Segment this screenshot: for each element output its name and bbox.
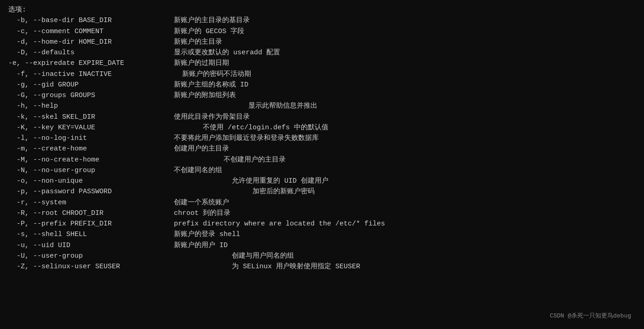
table-row: -r, --system 创建一个系统账户 [8, 197, 636, 208]
table-row: -d, --home-dir HOME_DIR 新账户的主目录 [8, 37, 636, 47]
description-text: 不要将此用户添加到最近登录和登录失败数据库 [174, 133, 319, 144]
option-text: -M, --no-create-home [8, 155, 174, 165]
table-row: -s, --shell SHELL 新账户的登录 shell [8, 229, 636, 240]
option-text: -m, --create-home [8, 144, 174, 154]
table-row: -N, --no-user-group 不创建同名的组 [8, 165, 636, 176]
option-text: -g, --gid GROUP [8, 80, 174, 90]
description-text: 新账户的密码不活动期 [174, 69, 251, 80]
option-text: -k, --skel SKEL_DIR [8, 112, 174, 122]
table-row: -o, --non-unique 允许使用重复的 UID 创建用户 [8, 176, 636, 186]
rows-container: -b, --base-dir BASE_DIR 新账户的主目录的基目录 -c, … [8, 15, 636, 272]
description-text: 新账户的登录 shell [174, 229, 240, 240]
description-text: 加密后的新账户密码 [174, 186, 315, 197]
option-text: -c, --comment COMMENT [8, 26, 174, 37]
table-row: -b, --base-dir BASE_DIR 新账户的主目录的基目录 [8, 15, 636, 26]
option-text: -r, --system [8, 197, 174, 208]
table-row: -G, --groups GROUPS 新账户的附加组列表 [8, 90, 636, 101]
description-text: 为 SELinux 用户映射使用指定 SEUSER [174, 261, 360, 272]
description-text: 不创建用户的主目录 [174, 155, 286, 165]
table-row: -K, --key KEY=VALUE 不使用 /etc/login.defs … [8, 122, 636, 133]
option-text: -o, --non-unique [8, 176, 174, 186]
description-text: 创建用户的主目录 [174, 144, 229, 154]
header-line: 选项: [8, 5, 636, 15]
description-text: 允许使用重复的 UID 创建用户 [174, 176, 328, 186]
table-row: -Z, --selinux-user SEUSER 为 SELinux 用户映射… [8, 261, 636, 272]
option-text: -Z, --selinux-user SEUSER [8, 261, 174, 272]
description-text: 新账户的附加组列表 [174, 90, 236, 101]
option-text: -N, --no-user-group [8, 165, 174, 176]
description-text: 创建一个系统账户 [174, 197, 229, 208]
option-text: -h, --help [8, 101, 174, 111]
description-text: 显示此帮助信息并推出 [174, 101, 317, 111]
table-row: -u, --uid UID 新账户的用户 ID [8, 240, 636, 251]
table-row: -g, --gid GROUP 新账户主组的名称或 ID [8, 80, 636, 90]
option-text: -b, --base-dir BASE_DIR [8, 15, 174, 26]
table-row: -h, --help 显示此帮助信息并推出 [8, 101, 636, 111]
table-row: -U, --user-group 创建与用户同名的组 [8, 251, 636, 261]
description-text: 使用此目录作为骨架目录 [174, 112, 250, 122]
description-text: 新账户的用户 ID [174, 240, 228, 251]
option-text: -G, --groups GROUPS [8, 90, 174, 101]
terminal-window: 选项: -b, --base-dir BASE_DIR 新账户的主目录的基目录 … [8, 5, 636, 324]
table-row: -m, --create-home 创建用户的主目录 [8, 144, 636, 154]
table-row: -c, --comment COMMENT 新账户的 GECOS 字段 [8, 26, 636, 37]
description-text: 新账户的主目录 [174, 37, 222, 47]
table-row: -M, --no-create-home 不创建用户的主目录 [8, 155, 636, 165]
option-text: -K, --key KEY=VALUE [8, 122, 174, 133]
option-text: -D, --defaults [8, 47, 174, 58]
option-text: -P, --prefix PREFIX_DIR [8, 219, 174, 229]
table-row: -D, --defaults 显示或更改默认的 useradd 配置 [8, 47, 636, 58]
description-text: 创建与用户同名的组 [174, 251, 294, 261]
option-text: -d, --home-dir HOME_DIR [8, 37, 174, 47]
description-text: 新账户的过期日期 [174, 58, 229, 69]
option-text: -p, --password PASSWORD [8, 186, 174, 197]
table-row: -f, --inactive INACTIVE 新账户的密码不活动期 [8, 69, 636, 80]
table-row: -k, --skel SKEL_DIR 使用此目录作为骨架目录 [8, 112, 636, 122]
description-text: 新账户主组的名称或 ID [174, 80, 248, 90]
option-text: -f, --inactive INACTIVE [8, 69, 174, 80]
description-text: prefix directory where are located the /… [174, 219, 385, 229]
description-text: chroot 到的目录 [174, 208, 230, 219]
description-text: 新账户的 GECOS 字段 [174, 26, 244, 37]
description-text: 不创建同名的组 [174, 165, 222, 176]
option-text: -U, --user-group [8, 251, 174, 261]
option-text: -l, --no-log-init [8, 133, 174, 144]
table-row: -p, --password PASSWORD 加密后的新账户密码 [8, 186, 636, 197]
option-text: -u, --uid UID [8, 240, 174, 251]
watermark: CSDN @杀死一只知更鸟debug [550, 312, 631, 321]
option-text: -R, --root CHROOT_DIR [8, 208, 174, 219]
table-row: -e, --expiredate EXPIRE_DATE 新账户的过期日期 [8, 58, 636, 69]
option-text: -s, --shell SHELL [8, 229, 174, 240]
description-text: 新账户的主目录的基目录 [174, 15, 250, 26]
table-row: -l, --no-log-init 不要将此用户添加到最近登录和登录失败数据库 [8, 133, 636, 144]
table-row: -P, --prefix PREFIX_DIR prefix directory… [8, 219, 636, 229]
description-text: 显示或更改默认的 useradd 配置 [174, 47, 280, 58]
table-row: -R, --root CHROOT_DIR chroot 到的目录 [8, 208, 636, 219]
option-text: -e, --expiredate EXPIRE_DATE [8, 58, 174, 69]
description-text: 不使用 /etc/login.defs 中的默认值 [174, 122, 328, 133]
